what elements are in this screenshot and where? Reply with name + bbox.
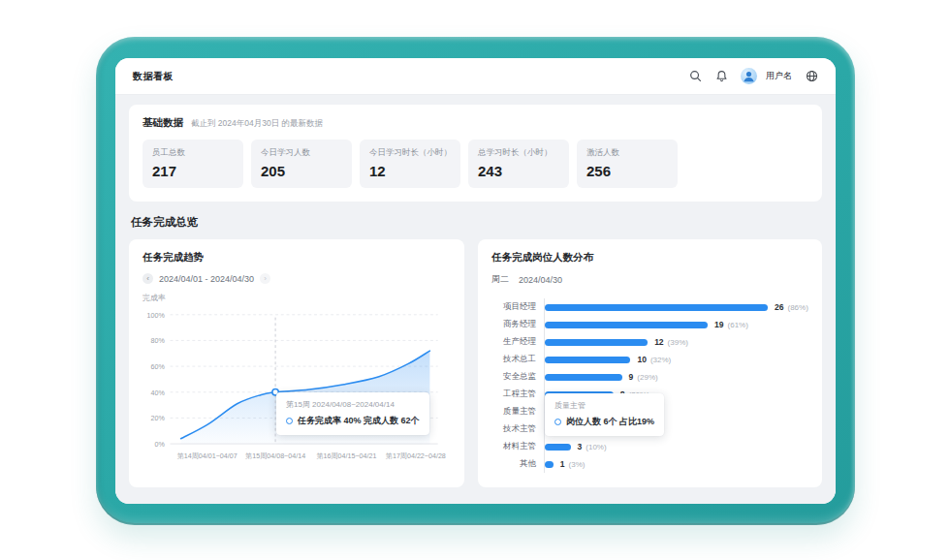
stat-label: 今日学习人数 <box>261 147 342 159</box>
stat-label: 总学习时长（小时） <box>478 147 559 159</box>
stat-cards: 员工总数 217 今日学习人数 205 今日学习时长（小时） 12 总学习时长（… <box>142 140 808 188</box>
stat-total-employees: 员工总数 217 <box>142 140 243 188</box>
bar-track: 10(32%) <box>544 351 808 368</box>
x-tick: 第17周04/22~04/28 <box>386 452 446 460</box>
globe-language-icon[interactable] <box>805 70 818 83</box>
stat-value: 205 <box>261 163 342 179</box>
section-title: 任务完成总览 <box>131 215 820 230</box>
page-title: 数据看板 <box>133 70 174 83</box>
top-bar: 数据看板 <box>115 58 836 95</box>
bar-category-label: 其他 <box>491 458 544 470</box>
tooltip-detail: 任务完成率 40% 完成人数 62个 <box>298 415 420 427</box>
username-label[interactable]: 用户名 <box>766 70 792 82</box>
tooltip-series-dot <box>554 419 561 425</box>
prev-period-button[interactable]: ‹ <box>142 273 153 284</box>
bar-category-label: 工程主管 <box>491 389 544 400</box>
stat-today-hours: 今日学习时长（小时） 12 <box>360 140 460 188</box>
date-navigation: ‹ 2024/04/01 - 2024/04/30 › <box>142 273 451 284</box>
y-tick: 20% <box>151 415 166 422</box>
y-tick: 60% <box>151 363 166 371</box>
tooltip-title: 第15周 2024/04/08~2024/04/14 <box>286 399 420 410</box>
bar-percent: (39%) <box>668 338 688 347</box>
bar-track: 19(61%) <box>544 316 808 333</box>
top-actions: 用户名 <box>688 68 818 84</box>
y-tick: 100% <box>147 312 166 320</box>
dashboard-screen: 数据看板 <box>115 58 836 504</box>
x-tick: 第15周04/08~04/14 <box>245 452 305 460</box>
weekday-label: 周二 <box>491 273 509 286</box>
stat-total-hours: 总学习时长（小时） 243 <box>468 140 569 188</box>
distribution-chart-title: 任务完成岗位人数分布 <box>491 251 808 264</box>
distribution-tooltip: 质量主管 岗位人数 6个 占比19% <box>545 393 664 436</box>
bar-value: 1 <box>560 459 565 469</box>
y-tick: 0% <box>155 441 166 449</box>
bar <box>545 357 630 363</box>
trend-line-chart[interactable]: 0% 20% 40% 60% 80% 100% 第14周04/01~04/ <box>142 305 451 470</box>
basic-data-subtitle: 截止到 2024年04月30日 的最新数据 <box>191 118 323 130</box>
bar-row[interactable]: 项目经理26(86%) <box>491 298 808 316</box>
bar-category-label: 技术主管 <box>491 423 544 435</box>
y-tick: 80% <box>151 337 166 345</box>
tooltip-series-dot <box>286 418 293 424</box>
bar-category-label: 商务经理 <box>491 319 544 330</box>
bar-chart[interactable]: 项目经理26(86%)商务经理19(61%)生产经理12(39%)技术总工10(… <box>491 298 808 473</box>
bar-row[interactable]: 技术总工10(32%) <box>491 351 808 368</box>
charts-row: 任务完成趋势 ‹ 2024/04/01 - 2024/04/30 › 完成率 <box>129 239 822 487</box>
bar-category-label: 材料主管 <box>491 441 544 452</box>
bar <box>545 339 648 346</box>
bell-icon[interactable] <box>714 70 728 83</box>
bar-category-label: 技术总工 <box>491 354 544 365</box>
stat-today-learners: 今日学习人数 205 <box>251 140 352 188</box>
bar-row[interactable]: 商务经理19(61%) <box>491 316 808 333</box>
bar-value: 12 <box>654 337 663 347</box>
bar-row[interactable]: 生产经理12(39%) <box>491 333 808 351</box>
bar-percent: (86%) <box>787 303 808 312</box>
bar-value: 9 <box>629 372 634 382</box>
bar-track: 26(86%) <box>544 298 808 316</box>
tooltip-detail: 岗位人数 6个 占比19% <box>566 416 654 428</box>
bar-track: 1(3%) <box>544 455 808 473</box>
bar-track: 9(29%) <box>544 368 808 386</box>
bar-track: 12(39%) <box>544 333 808 351</box>
bar-percent: (32%) <box>650 356 671 364</box>
stat-label: 员工总数 <box>152 147 234 159</box>
y-axis-label: 完成率 <box>142 293 451 303</box>
bar-category-label: 安全总监 <box>491 371 544 383</box>
x-tick: 第16周04/15~04/21 <box>316 452 376 460</box>
bar-percent: (10%) <box>586 443 606 451</box>
bar <box>545 374 622 381</box>
bar <box>545 322 708 328</box>
date-range-label: 2024/04/01 - 2024/04/30 <box>159 274 254 284</box>
tooltip-title: 质量主管 <box>554 400 654 411</box>
bar <box>545 444 571 451</box>
stat-activated-users: 激活人数 256 <box>577 140 678 188</box>
next-period-button[interactable]: › <box>260 273 270 284</box>
user-avatar[interactable] <box>741 68 757 84</box>
stat-label: 今日学习时长（小时） <box>369 147 451 159</box>
search-icon[interactable] <box>688 70 702 83</box>
bar-row[interactable]: 材料主管3(10%) <box>491 438 808 455</box>
bar-category-label: 质量主管 <box>491 406 544 418</box>
bar-category-label: 生产经理 <box>491 336 544 348</box>
bar-value: 3 <box>578 442 583 451</box>
tablet-device-frame: 数据看板 <box>96 37 855 525</box>
trend-tooltip: 第15周 2024/04/08~2024/04/14 任务完成率 40% 完成人… <box>276 392 429 435</box>
stat-label: 激活人数 <box>586 147 668 159</box>
bar-percent: (3%) <box>569 460 586 469</box>
x-tick: 第14周04/01~04/07 <box>177 452 238 460</box>
trend-chart-card: 任务完成趋势 ‹ 2024/04/01 - 2024/04/30 › 完成率 <box>129 239 464 487</box>
bar <box>545 304 768 311</box>
y-tick: 40% <box>151 389 166 397</box>
dashboard-content: 基础数据 截止到 2024年04月30日 的最新数据 员工总数 217 今日学习… <box>115 95 836 504</box>
bar-track: 3(10%) <box>544 438 808 455</box>
stat-value: 256 <box>586 163 668 179</box>
stat-value: 217 <box>152 163 234 179</box>
bar-value: 19 <box>714 320 723 329</box>
stat-value: 12 <box>369 163 451 179</box>
basic-data-card: 基础数据 截止到 2024年04月30日 的最新数据 员工总数 217 今日学习… <box>129 105 822 202</box>
distribution-chart-card: 任务完成岗位人数分布 周二 2024/04/30 项目经理26(86%)商务经理… <box>478 239 822 487</box>
bar-row[interactable]: 其他1(3%) <box>491 455 808 473</box>
bar-row[interactable]: 安全总监9(29%) <box>491 368 808 386</box>
distribution-date-label: 2024/04/30 <box>519 275 562 285</box>
bar-percent: (61%) <box>728 321 748 329</box>
